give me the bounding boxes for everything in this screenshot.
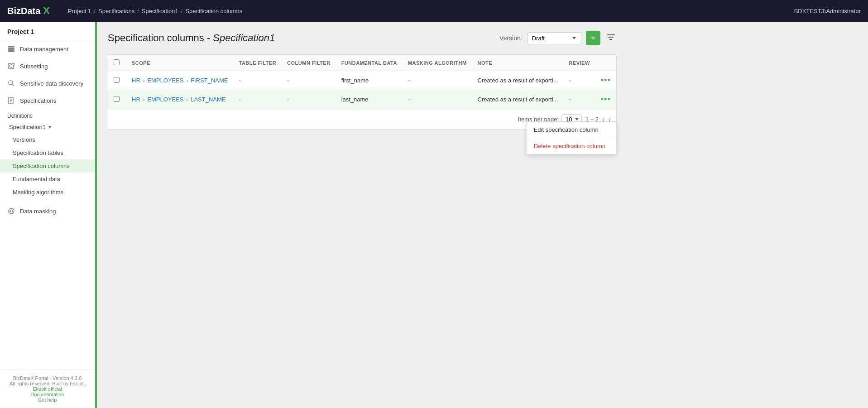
spec-tables-label: Specification tables <box>13 149 63 156</box>
db-icon <box>7 45 15 53</box>
footer-link-ekobit[interactable]: Ekobit official <box>7 386 87 392</box>
row-checkbox[interactable] <box>114 96 120 102</box>
select-all-header <box>108 55 126 71</box>
row-table-filter: - <box>234 90 282 109</box>
sidebar-item-label: Data masking <box>20 208 56 215</box>
col-header-table-filter: TABLE FILTER <box>234 55 282 71</box>
row-actions-button[interactable]: ••• <box>601 76 611 85</box>
svg-rect-2 <box>8 50 14 52</box>
col-header-actions <box>595 55 616 71</box>
row-note: Created as a result of exporti... <box>472 90 564 109</box>
mask-icon <box>7 207 15 215</box>
col-header-fundamental-data: FUNDAMENTAL DATA <box>336 55 403 71</box>
svg-point-10 <box>10 211 11 212</box>
spec-columns-label: Specification columns <box>13 163 70 169</box>
row-checkbox-cell <box>108 71 126 90</box>
sidebar-item-label: Sensitive data discovery <box>20 80 83 87</box>
page-title-italic: Specification1 <box>213 32 275 43</box>
breadcrumb-project[interactable]: Project 1 <box>68 8 91 14</box>
col-header-note: NOTE <box>472 55 564 71</box>
search-icon <box>7 79 15 87</box>
row-actions: ••• <box>595 71 616 90</box>
header-right: Version: Draft Published Archived + <box>499 31 617 45</box>
sidebar-item-data-masking[interactable]: Data masking <box>0 202 95 220</box>
row-scope: HR › EMPLOYEES › FIRST_NAME <box>126 71 234 90</box>
sidebar-sub-specification-columns[interactable]: Specification columns <box>0 159 95 173</box>
version-label: Version: <box>499 34 523 42</box>
row-masking-algorithm: - <box>403 90 472 109</box>
spec1-label: Specification1 <box>9 124 46 130</box>
footer-link-docs[interactable]: Documentation <box>7 392 87 397</box>
sidebar-sub-fundamental-data[interactable]: Fundamental data <box>0 173 95 186</box>
footer-link-help[interactable]: Get help <box>7 397 87 403</box>
table-header-row: SCOPE TABLE FILTER COLUMN FILTER FUNDAME… <box>108 55 616 71</box>
row-fundamental-data: first_name <box>336 71 403 90</box>
row-checkbox-cell <box>108 90 126 109</box>
row-column-filter: - <box>282 71 336 90</box>
context-menu-delete[interactable]: Delete specification column <box>527 138 616 154</box>
col-header-column-filter: COLUMN FILTER <box>282 55 336 71</box>
sidebar-sub-specification-tables[interactable]: Specification tables <box>0 146 95 159</box>
row-note: Created as a result of exporti... <box>472 71 564 90</box>
row-masking-algorithm: - <box>403 71 472 90</box>
col-header-scope: SCOPE <box>126 55 234 71</box>
filter-button[interactable] <box>605 32 617 45</box>
user-info: BDXTEST3\Administrator <box>794 8 861 14</box>
breadcrumb-current: Specification columns <box>185 8 242 14</box>
svg-line-4 <box>13 85 14 86</box>
sidebar-item-label: Specifications <box>20 97 56 104</box>
row-review: - <box>563 71 595 90</box>
logo-text: BizData <box>7 6 40 16</box>
content-area: Specification columns - Specification1 V… <box>95 22 628 408</box>
add-button[interactable]: + <box>586 31 600 45</box>
sidebar-item-subsetting[interactable]: Subsetting <box>0 58 95 75</box>
definitions-label: Definitions <box>7 113 33 119</box>
svg-point-3 <box>9 81 13 85</box>
row-scope: HR › EMPLOYEES › LAST_NAME <box>126 90 234 109</box>
col-header-masking-algorithm: MASKING ALGORITHM <box>403 55 472 71</box>
main-content: Specification columns - Specification1 V… <box>97 22 628 408</box>
row-actions-button[interactable]: ••• <box>601 95 611 104</box>
col-header-review: REVIEW <box>563 55 595 71</box>
svg-rect-12 <box>607 34 615 35</box>
version-select[interactable]: Draft Published Archived <box>527 32 581 44</box>
table-row: HR › EMPLOYEES › LAST_NAME - - last_name… <box>108 90 616 109</box>
footer-version: BizDataX Portal - Version 4.3.0 <box>7 375 87 381</box>
breadcrumb-specifications[interactable]: Specifications <box>98 8 134 14</box>
sidebar-footer: BizDataX Portal - Version 4.3.0 All righ… <box>0 370 95 408</box>
svg-rect-0 <box>8 46 14 48</box>
masking-algorithms-label: Masking algorithms <box>13 189 63 196</box>
sidebar-sub-versions[interactable]: Versions <box>0 133 95 146</box>
svg-rect-1 <box>8 48 14 50</box>
breadcrumb: Project 1 / Specifications / Specificati… <box>68 8 242 14</box>
sidebar-item-definitions[interactable]: Definitions <box>0 109 95 121</box>
breadcrumb-specification1[interactable]: Specification1 <box>142 8 178 14</box>
context-menu-edit[interactable]: Edit specification column <box>527 122 616 138</box>
page-header: Specification columns - Specification1 V… <box>108 31 617 45</box>
versions-label: Versions <box>13 136 35 143</box>
sidebar-item-data-management[interactable]: Data management <box>0 40 95 58</box>
puzzle-icon <box>7 62 15 70</box>
sidebar-project: Project 1 <box>0 22 95 40</box>
row-column-filter: - <box>282 90 336 109</box>
svg-point-11 <box>12 211 13 212</box>
svg-rect-13 <box>608 37 614 38</box>
sidebar-item-specification1[interactable]: Specification1 ▼ <box>0 121 95 133</box>
row-checkbox[interactable] <box>114 77 120 83</box>
footer-rights: All rights reserved. Built by Ekobit. <box>7 381 87 386</box>
row-table-filter: - <box>234 71 282 90</box>
sidebar-sub-masking-algorithms[interactable]: Masking algorithms <box>0 186 95 199</box>
logo[interactable]: BizDataX <box>7 5 50 17</box>
context-menu: Edit specification column Delete specifi… <box>526 121 617 154</box>
svg-rect-14 <box>609 39 612 40</box>
row-fundamental-data: last_name <box>336 90 403 109</box>
sidebar-item-sensitive-data[interactable]: Sensitive data discovery <box>0 75 95 92</box>
row-actions: ••• <box>595 90 616 109</box>
app-layout: Project 1 Data management Subsetting Sen… <box>0 22 868 408</box>
select-all-checkbox[interactable] <box>114 59 120 65</box>
sidebar-item-specifications[interactable]: Specifications <box>0 92 95 109</box>
top-navigation: BizDataX Project 1 / Specifications / Sp… <box>0 0 868 22</box>
sidebar-item-label: Subsetting <box>20 63 48 70</box>
chevron-down-icon: ▼ <box>48 125 52 130</box>
sidebar: Project 1 Data management Subsetting Sen… <box>0 22 95 408</box>
